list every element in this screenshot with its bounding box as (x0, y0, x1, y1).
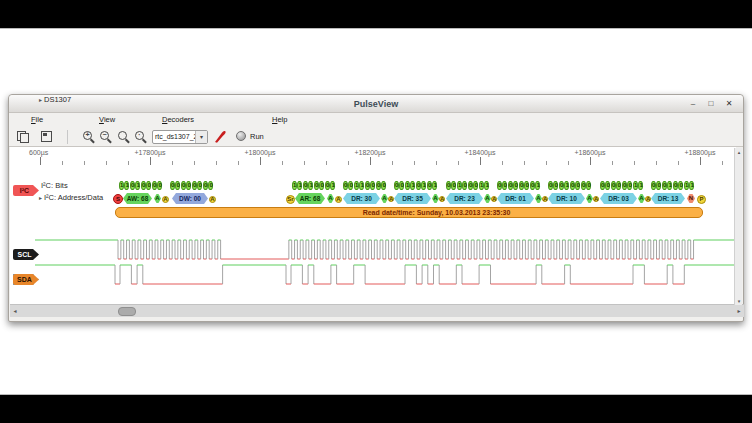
ruler-tick (722, 161, 723, 165)
i2c-bit-annotation: 0 (319, 181, 324, 190)
i2c-bits-group[interactable]: 00000001 (497, 181, 541, 190)
i2c-bit-annotation: 1 (689, 181, 694, 190)
i2c-annotation-a[interactable]: A (432, 194, 439, 203)
i2c-bits-group[interactable]: 00100011 (446, 181, 490, 190)
i2c-bits-group[interactable]: 00010011 (651, 181, 695, 190)
i2c-annotation-a[interactable]: A (439, 196, 445, 202)
i2c-annotation-a[interactable]: A (388, 196, 394, 202)
i2c-bits-group[interactable]: 00110000 (343, 181, 387, 190)
new-view-button[interactable] (39, 129, 55, 145)
menu-item-file[interactable]: File (28, 113, 46, 127)
i2c-annotation-dw00[interactable]: DW: 00 (172, 193, 208, 204)
zoom-fit-button[interactable] (116, 129, 132, 145)
ds1307-datetime-annotation[interactable]: Read date/time: Sunday, 10.03.2013 23:35… (115, 207, 703, 218)
minimize-button[interactable]: – (687, 98, 699, 110)
device-selector[interactable]: rtc_ds1307_2 ▾ (152, 130, 208, 144)
i2c-annotation-a[interactable]: A (542, 196, 548, 202)
i2c-annotation-dr03[interactable]: DR: 03 (600, 193, 637, 204)
maximize-button[interactable]: □ (705, 98, 717, 110)
scroll-down-icon[interactable]: ▾ (735, 298, 743, 304)
scroll-right-icon[interactable]: ▸ (734, 305, 744, 318)
menu-item-decoders[interactable]: Decoders (159, 113, 197, 127)
i2c-annotation-a[interactable]: A (645, 196, 651, 202)
i2c-annotation-a[interactable]: A (586, 194, 593, 203)
i2c-annotation-a[interactable]: A (335, 196, 342, 203)
i2c-bit-annotation: 0 (611, 181, 616, 190)
i2c-bit-annotation: 1 (297, 181, 302, 190)
i2c-annotation-dr01[interactable]: DR: 01 (497, 193, 534, 204)
i2c-bit-annotation: 0 (427, 181, 432, 190)
menu-item-view[interactable]: View (96, 113, 118, 127)
i2c-bit-annotation: 1 (330, 181, 335, 190)
ruler-tick (612, 161, 613, 165)
i2c-bit-annotation: 1 (432, 181, 437, 190)
i2c-bit-annotation: 0 (446, 181, 451, 190)
i2c-annotation-dr13[interactable]: DR: 13 (651, 193, 685, 204)
close-button[interactable]: ✕ (723, 98, 735, 110)
i2c-bit-annotation: 0 (365, 181, 370, 190)
i2c-bit-annotation: 0 (502, 181, 507, 190)
time-ruler[interactable]: 600µs+17800µs+18000µs+18200µs+18400µs+18… (10, 147, 736, 166)
i2c-annotation-dr30[interactable]: DR: 30 (343, 193, 380, 204)
horizontal-scrollbar[interactable]: ◂ ▸ (10, 304, 744, 317)
scroll-up-icon[interactable]: ▴ (735, 149, 743, 155)
i2c-bits-group[interactable]: 00010000 (548, 181, 592, 190)
i2c-annotation-ar68[interactable]: AR: 68 (295, 193, 325, 204)
i2c-bit-annotation: 0 (376, 181, 381, 190)
i2c-bit-annotation: 1 (354, 181, 359, 190)
horizontal-scrollbar-thumb[interactable] (118, 307, 136, 316)
i2c-bits-group[interactable]: 11010001 (292, 181, 336, 190)
i2c-bit-annotation: 0 (343, 181, 348, 190)
i2c-bit-annotation: 0 (627, 181, 632, 190)
i2c-bit-annotation: 1 (638, 181, 643, 190)
row-label-ds1307[interactable]: ▸DS1307 (39, 95, 71, 105)
toolbar: + − · rtc_ds1307_2 ▾ Run (9, 127, 743, 147)
menu-item-help[interactable]: Help (269, 113, 290, 127)
i2c-annotation-a[interactable]: A (327, 194, 334, 203)
i2c-annotation-s[interactable]: S (113, 194, 123, 204)
i2c-bit-annotation: 0 (581, 181, 586, 190)
i2c-bit-annotation: 0 (141, 181, 146, 190)
i2c-annotation-a[interactable]: A (638, 194, 645, 203)
configure-channels-button[interactable] (213, 129, 229, 145)
zoom-one-to-one-button[interactable]: · (133, 129, 149, 145)
scroll-left-icon[interactable]: ◂ (10, 305, 20, 318)
new-session-button[interactable] (15, 129, 31, 145)
ruler-label: +18400µs (464, 149, 495, 156)
i2c-annotation-aw68[interactable]: AW: 68 (123, 193, 152, 204)
i2c-annotation-a[interactable]: A (209, 196, 216, 203)
titlebar[interactable]: PulseView – □ ✕ (9, 95, 743, 113)
i2c-bit-annotation: 1 (359, 181, 364, 190)
i2c-annotation-a[interactable]: A (535, 194, 542, 203)
i2c-annotation-a[interactable]: A (154, 194, 161, 203)
i2c-annotation-a[interactable]: A (162, 196, 169, 203)
run-button[interactable]: Run (236, 129, 264, 145)
i2c-annotation-a[interactable]: A (491, 196, 497, 202)
ruler-tick (238, 161, 239, 165)
i2c-bits-group[interactable]: 00000011 (600, 181, 644, 190)
zoom-in-button[interactable]: + (81, 129, 97, 145)
i2c-bits-group[interactable]: 00000000 (170, 181, 214, 190)
i2c-annotation-p[interactable]: P (697, 195, 706, 204)
i2c-annotation-dr23[interactable]: DR: 23 (446, 193, 483, 204)
i2c-bit-annotation: 0 (673, 181, 678, 190)
i2c-bit-annotation: 1 (667, 181, 672, 190)
i2c-annotation-dr35[interactable]: DR: 35 (394, 193, 431, 204)
ruler-label: +17800µs (134, 149, 165, 156)
ruler-tick (414, 161, 415, 165)
i2c-annotation-a[interactable]: A (381, 194, 388, 203)
zoom-out-button[interactable]: − (98, 129, 114, 145)
i2c-bit-annotation: 0 (303, 181, 308, 190)
i2c-bit-annotation: 0 (314, 181, 319, 190)
i2c-annotation-n[interactable]: N (687, 194, 695, 203)
vertical-scrollbar[interactable]: ▴ ▾ (734, 148, 742, 305)
i2c-bit-annotation: 0 (399, 181, 404, 190)
i2c-bits-group[interactable]: 11010000 (119, 181, 163, 190)
i2c-annotation-a[interactable]: A (593, 196, 599, 202)
i2c-annotation-a[interactable]: A (484, 194, 491, 203)
i2c-bit-annotation: 0 (656, 181, 661, 190)
i2c-bits-group[interactable]: 00110101 (394, 181, 438, 190)
i2c-annotation-dr10[interactable]: DR: 10 (548, 193, 585, 204)
i2c-bit-annotation: 1 (119, 181, 124, 190)
i2c-annotation-sr[interactable]: Sr (286, 195, 295, 204)
